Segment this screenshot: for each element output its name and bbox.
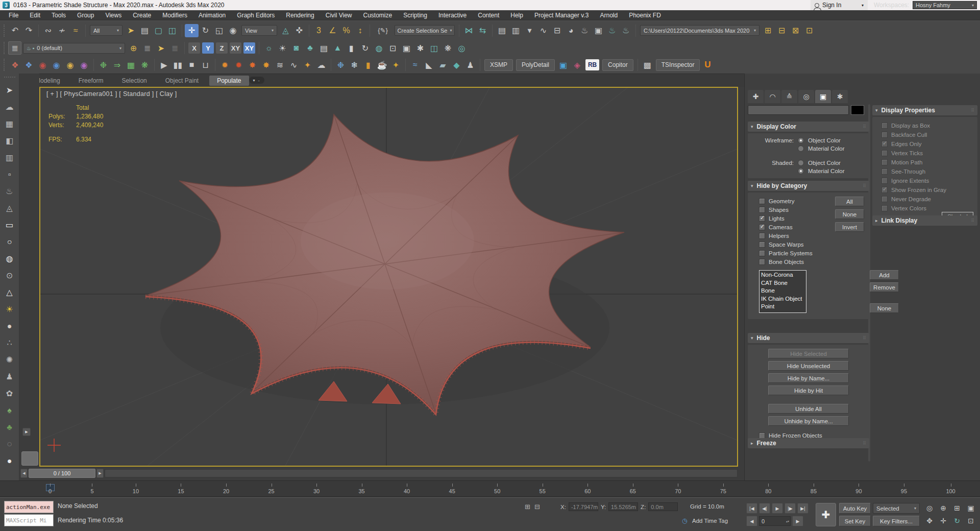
viewport[interactable]: [ + ] [ PhysCamera001 ] [ Standard ] [ C… bbox=[39, 87, 738, 467]
burst-icon[interactable]: ❋ bbox=[138, 58, 152, 71]
create-layer-icon[interactable]: ⊕ bbox=[127, 41, 140, 55]
select-place-icon[interactable]: ◉ bbox=[226, 24, 240, 37]
time-slider-handle[interactable]: 0 / 100 bbox=[29, 469, 95, 478]
menu-item[interactable]: Customize bbox=[358, 10, 398, 20]
tab-selection[interactable]: Selection bbox=[114, 76, 154, 86]
menu-item[interactable]: Project Manager v.3 bbox=[529, 10, 595, 20]
droplets-icon[interactable]: ❉ bbox=[334, 58, 348, 71]
tool-gear-icon[interactable]: ❋ bbox=[441, 41, 455, 55]
orbit-icon[interactable]: ↻ bbox=[950, 515, 964, 527]
honey-icon[interactable]: ✦ bbox=[389, 58, 403, 71]
property-checkbox-row[interactable]: Vertex Ticks bbox=[881, 149, 974, 158]
layer-list-icon[interactable]: ≣ bbox=[8, 41, 21, 55]
invert-button[interactable]: Invert bbox=[835, 222, 864, 232]
panel-arrow-icon[interactable]: ⊡ bbox=[386, 41, 400, 55]
selection-filter-dropdown[interactable]: All bbox=[90, 25, 122, 36]
circle-icon[interactable]: ◍ bbox=[6, 250, 13, 267]
arrow-icon[interactable]: ⇒ bbox=[110, 58, 124, 71]
tab-display[interactable]: ▣ bbox=[815, 90, 831, 103]
tab-freeform[interactable]: Freeform bbox=[71, 76, 111, 86]
time-slider-track[interactable] bbox=[105, 469, 738, 477]
property-checkbox-row[interactable]: See-Through bbox=[881, 167, 974, 176]
gem-icon[interactable]: ◈ bbox=[570, 58, 584, 71]
undo-icon[interactable]: ↶ bbox=[8, 24, 22, 37]
checkbox[interactable] bbox=[881, 123, 888, 129]
menu-item[interactable]: Arnold bbox=[594, 10, 623, 20]
schematic-view-icon[interactable]: ⊟ bbox=[550, 24, 564, 37]
rectangle-icon[interactable]: ▭ bbox=[6, 216, 13, 233]
cone-icon[interactable]: ◬ bbox=[6, 200, 12, 216]
list-panel-icon[interactable]: ▤ bbox=[317, 41, 331, 55]
window-crossing-icon[interactable]: ◫ bbox=[165, 24, 179, 37]
menu-item[interactable]: Tools bbox=[46, 10, 71, 20]
zoom-region-icon[interactable]: ▣ bbox=[964, 502, 977, 514]
tree-icon[interactable]: ♣ bbox=[303, 41, 317, 55]
zoom-all-icon[interactable]: ⊕ bbox=[937, 502, 950, 514]
asset-library-icon[interactable]: ⊞ bbox=[761, 24, 775, 37]
leaf-icon[interactable]: ♠ bbox=[7, 402, 12, 419]
person-icon[interactable]: ♟ bbox=[6, 368, 13, 385]
property-checkbox-row[interactable]: Backface Cull bbox=[881, 130, 974, 139]
axis-y-button[interactable]: Y bbox=[202, 42, 214, 54]
checkbox[interactable] bbox=[759, 432, 765, 439]
key-filters-button[interactable]: Key Filters... bbox=[873, 516, 920, 526]
axis-z-button[interactable]: Z bbox=[215, 42, 228, 54]
category-checkbox-row[interactable]: Space Warps bbox=[759, 240, 866, 249]
material-editor-icon[interactable]: ◕ bbox=[564, 24, 578, 37]
menu-item[interactable]: File bbox=[3, 10, 24, 20]
selection-lock-icon[interactable]: ⊟ bbox=[534, 503, 540, 511]
rollout-display-color[interactable]: Display Color bbox=[748, 122, 869, 132]
menu-item[interactable]: Scripting bbox=[398, 10, 433, 20]
prev-key-button[interactable]: ◀ bbox=[746, 516, 757, 526]
select-manipulate-icon[interactable]: ✜ bbox=[292, 24, 306, 37]
select-by-name-icon[interactable]: ▤ bbox=[138, 24, 152, 37]
candle-icon[interactable]: ✦ bbox=[301, 58, 314, 71]
menu-item[interactable]: Create bbox=[127, 10, 157, 20]
pointer-icon[interactable]: ➤ bbox=[6, 82, 13, 99]
category-checkbox-row[interactable]: Particle Systems bbox=[759, 249, 866, 257]
ribbon-minimize-button[interactable] bbox=[249, 77, 264, 84]
asset-import-icon[interactable]: ⊟ bbox=[775, 24, 789, 37]
compass-icon[interactable]: ◎ bbox=[455, 41, 469, 55]
rollout-hide[interactable]: Hide bbox=[748, 333, 869, 343]
explosion1-icon[interactable]: ✸ bbox=[246, 58, 259, 71]
cloud-icon[interactable]: ☁ bbox=[6, 99, 14, 115]
render-production-icon[interactable]: ♨ bbox=[605, 24, 619, 37]
all-button[interactable]: All bbox=[835, 197, 864, 206]
dots-icon[interactable]: ∴ bbox=[7, 334, 12, 351]
node-icon[interactable]: ❉ bbox=[96, 58, 110, 71]
category-checkbox-row[interactable]: Helpers bbox=[759, 231, 866, 240]
pan-icon[interactable]: ✥ bbox=[923, 515, 936, 527]
rollout-display-properties[interactable]: Display Properties bbox=[872, 105, 977, 115]
list-item[interactable]: Non-Corona bbox=[761, 271, 804, 279]
next-frame-button[interactable]: |▶ bbox=[785, 503, 796, 514]
flower-icon[interactable]: ✿ bbox=[6, 385, 13, 402]
checkbox[interactable] bbox=[759, 215, 765, 222]
grid-box-icon[interactable]: ▦ bbox=[6, 115, 13, 132]
u-plugin-icon[interactable]: U bbox=[701, 58, 714, 71]
checkbox[interactable] bbox=[881, 150, 888, 156]
list-none-button[interactable]: None bbox=[870, 303, 899, 313]
toolbox-icon[interactable]: ◆ bbox=[450, 58, 463, 71]
fire2-icon[interactable]: ✹ bbox=[232, 58, 246, 71]
object-color-swatch[interactable] bbox=[851, 105, 864, 115]
foam-preset-icon[interactable]: ◉ bbox=[63, 58, 77, 71]
none-button[interactable]: None bbox=[835, 209, 864, 219]
set-key-button[interactable]: Set Key bbox=[839, 516, 871, 526]
play-icon[interactable]: ▶ bbox=[157, 58, 171, 71]
menu-item[interactable]: Help bbox=[505, 10, 529, 20]
light-icon[interactable]: ☼ bbox=[262, 41, 276, 55]
layer-cursor-icon[interactable]: ≣ bbox=[168, 41, 182, 55]
asset-export-icon[interactable]: ⊠ bbox=[789, 24, 802, 37]
wireframe-material-color-radio[interactable] bbox=[798, 146, 804, 152]
tab-modify[interactable]: ◠ bbox=[765, 90, 780, 103]
property-checkbox-row[interactable]: Display as Box bbox=[881, 121, 974, 130]
maxscript-listener[interactable]: MAXScript Mi bbox=[4, 514, 54, 526]
spiral-icon[interactable]: ↻ bbox=[358, 41, 372, 55]
axis-xy-button[interactable]: XY bbox=[229, 42, 242, 54]
pyramid-icon[interactable]: △ bbox=[6, 284, 12, 301]
property-checkbox-row[interactable]: Edges Only bbox=[881, 139, 974, 149]
align-icon[interactable]: ⇆ bbox=[476, 24, 489, 37]
maxscript-mini-listener[interactable]: actionMan.exe bbox=[4, 501, 54, 513]
y-coordinate-field[interactable]: 15.5265m bbox=[608, 502, 638, 511]
